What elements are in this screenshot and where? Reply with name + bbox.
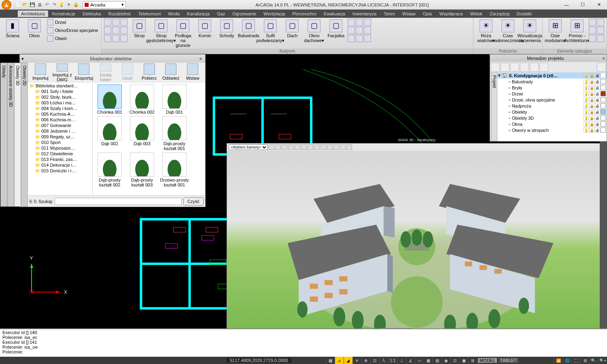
- menu-tab-inwentaryza[interactable]: Inwentaryza: [349, 11, 380, 17]
- sb-btn[interactable]: ⛶: [571, 357, 580, 364]
- qat-print-icon[interactable]: 🖶: [36, 2, 43, 8]
- menu-tab-elektryka[interactable]: Elektryka: [79, 11, 104, 17]
- sb-btn[interactable]: 1:1: [388, 357, 397, 364]
- search-input[interactable]: [55, 198, 182, 205]
- v3-btn[interactable]: [282, 144, 287, 150]
- minimize-button[interactable]: —: [558, 0, 575, 10]
- v3-btn[interactable]: [346, 144, 352, 150]
- tree-node[interactable]: 015 Doniczki i r…: [28, 168, 92, 174]
- small-tool[interactable]: [104, 35, 111, 42]
- small-tool[interactable]: [364, 19, 371, 26]
- v3-btn[interactable]: [269, 144, 274, 150]
- search-opt2-icon[interactable]: ⎘: [34, 199, 37, 204]
- small-tool[interactable]: [120, 27, 127, 34]
- tree-node[interactable]: 014 Dekoracje i…: [28, 162, 92, 168]
- v3-btn[interactable]: [308, 144, 313, 150]
- command-line[interactable]: Executor id []:140Polecenie: isa_ecExecu…: [0, 328, 607, 357]
- tree-node[interactable]: 005 Kuchnia-A…: [28, 111, 92, 117]
- small-tool[interactable]: [120, 35, 127, 42]
- small-tool[interactable]: [104, 19, 111, 26]
- menu-tab-gaz[interactable]: Gaz: [214, 11, 228, 17]
- menu-tab-teren[interactable]: Teren: [380, 11, 398, 17]
- btn-balustrada[interactable]: ▢Balustrada: [238, 19, 259, 39]
- sb-btn[interactable]: ⊡: [450, 357, 459, 364]
- objexp-tool-dodaj folder[interactable]: Dodaj folder: [96, 63, 116, 82]
- menu-tab-widok[interactable]: Widok: [467, 11, 486, 17]
- objexp-tool-odśwież[interactable]: Odśwież: [161, 63, 181, 82]
- thumb-item[interactable]: Drzewo-prosty kształt 001: [159, 152, 190, 187]
- pm-row[interactable]: ▫Bryła💡🔒🖨: [497, 85, 607, 91]
- small-tool[interactable]: [597, 35, 604, 42]
- menu-tab-telekomuni[interactable]: Telekomuni: [135, 11, 164, 17]
- menu-tab-wentylacja[interactable]: Wentylacja: [260, 11, 289, 17]
- qat-lock-icon[interactable]: 🔒: [73, 2, 79, 8]
- menu-tab-konstrukcje[interactable]: Konstrukcje: [49, 11, 79, 17]
- objexp-tool-importuj z dwg[interactable]: Importuj z DWG: [52, 63, 72, 82]
- btn-schody[interactable]: ▢Schody: [216, 19, 237, 39]
- objexp-sidetab[interactable]: Obiekty 3D: [14, 63, 21, 207]
- menu-tab-ewakuacja[interactable]: Ewakuacja: [320, 11, 348, 17]
- pm-tb[interactable]: [520, 63, 529, 72]
- qat-open-icon[interactable]: 📂: [22, 2, 28, 8]
- pm-tb[interactable]: [597, 63, 606, 72]
- small-tool[interactable]: [112, 19, 119, 26]
- v3-btn[interactable]: [275, 144, 281, 150]
- btn-sub[interactable]: Drzwi: [46, 19, 99, 26]
- sb-btn[interactable]: ▦: [326, 357, 335, 364]
- small-tool[interactable]: [356, 19, 363, 26]
- v3-btn[interactable]: [314, 144, 320, 150]
- v3-btn[interactable]: [301, 144, 307, 150]
- tree-node[interactable]: 009 Regały, sz…: [28, 134, 92, 140]
- small-tool[interactable]: [112, 35, 119, 42]
- pm-row[interactable]: ▫Nadproża💡🔒🖨: [497, 103, 607, 109]
- btn-dach[interactable]: ▢Dach: [282, 19, 302, 39]
- tree-node[interactable]: 011 Wyposaże…: [28, 145, 92, 151]
- qat-redo-icon[interactable]: ↷: [51, 2, 57, 8]
- btn-sub[interactable]: Otwór: [46, 35, 99, 42]
- pm-row[interactable]: ▫Otwory w stropach💡🔒🖨: [497, 127, 607, 133]
- sb-btn[interactable]: ⊞: [468, 357, 477, 364]
- close-button[interactable]: ✕: [591, 0, 607, 10]
- menu-tab-architektura[interactable]: Architektura: [18, 11, 48, 17]
- btn[interactable]: ⊞Osie modularne: [545, 19, 565, 44]
- menu-tab-zarządzaj[interactable]: Zarządzaj: [486, 11, 512, 17]
- tree-node[interactable]: 012 Oświetlenie: [28, 151, 92, 157]
- tree-node[interactable]: 001 Sofy i fotele: [28, 89, 92, 94]
- small-tool[interactable]: [348, 19, 355, 26]
- objexp-tool-eksportuj[interactable]: Eksportuj: [74, 63, 94, 82]
- qat-bulb-icon[interactable]: 💡: [58, 2, 65, 8]
- qat-undo-icon[interactable]: ↶: [44, 2, 50, 8]
- small-tool[interactable]: [589, 27, 596, 34]
- pm-row[interactable]: ▫Obiekty 3D💡🔒🖨: [497, 115, 607, 121]
- sb-btn[interactable]: ▭: [415, 357, 424, 364]
- small-tool[interactable]: [597, 27, 604, 34]
- sb-btn[interactable]: 🔍+: [598, 357, 607, 364]
- objexp-tool-wstaw[interactable]: Wstaw: [183, 63, 203, 82]
- tree-node[interactable]: Biblioteka standard…: [28, 83, 92, 89]
- thumb-item[interactable]: Choinka 002: [127, 85, 157, 114]
- btn-strop gęstożebrowy▾[interactable]: ▢Strop gęstożebrowy▾: [151, 19, 171, 44]
- btn-sufit podwieszany▾[interactable]: ▢Sufit podwieszany▾: [260, 19, 280, 44]
- btn[interactable]: ☀Czas nasłonecznienia: [498, 19, 518, 44]
- btn-podłoga na gruncie[interactable]: ▢Podłoga na gruncie: [173, 19, 193, 49]
- thumb-item[interactable]: Choinka 001: [94, 85, 125, 114]
- thumb-item[interactable]: Dąb-prosty kształt 002: [94, 152, 125, 187]
- thumb-item[interactable]: Dąb-prosty kształt 001: [159, 116, 190, 151]
- sb-btn[interactable]: 人: [379, 357, 388, 364]
- tree-node[interactable]: 008 Jedzenie i …: [28, 128, 92, 134]
- objexp-close[interactable]: ×: [198, 56, 204, 61]
- sb-btn[interactable]: ⊡: [370, 357, 379, 364]
- sb-btn[interactable]: 🌐: [562, 357, 571, 364]
- tree-node[interactable]: 007 Gotowanie: [28, 123, 92, 128]
- pm-tb[interactable]: [501, 63, 509, 72]
- v3-btn[interactable]: [288, 144, 294, 150]
- menu-tab-dodatki[interactable]: Dodatki: [514, 11, 535, 17]
- app-logo[interactable]: ▲: [2, 0, 11, 10]
- v3-btn[interactable]: [333, 144, 339, 150]
- menu-tab-opis[interactable]: Opis: [420, 11, 435, 17]
- small-tool[interactable]: [112, 27, 119, 34]
- btn-sciana[interactable]: ▮Ściana: [2, 19, 23, 39]
- sb-btn[interactable]: ◉: [441, 357, 450, 364]
- small-tool[interactable]: [364, 35, 371, 42]
- small-tool[interactable]: [356, 35, 363, 42]
